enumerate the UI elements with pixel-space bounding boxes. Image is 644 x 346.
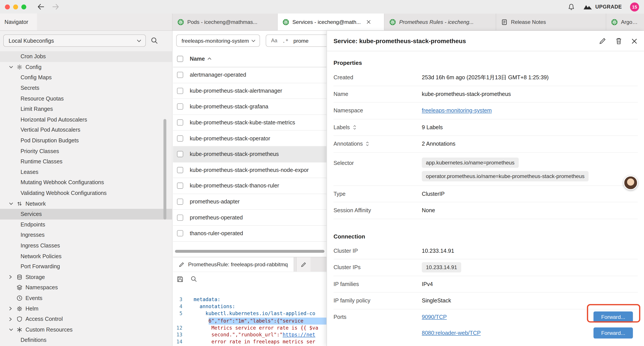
dock-tab-prometheusrule[interactable]: PrometheusRule: freeleaps-prod-rabbitmq [173, 257, 294, 272]
tab-argo[interactable]: Argo Se [606, 13, 644, 30]
kubeconfig-selector[interactable]: Local Kubeconfigs [3, 34, 146, 47]
sidebar-scrollbar[interactable] [164, 119, 166, 219]
sidebar-item-definitions[interactable]: Definitions [0, 335, 172, 345]
sidebar-item-network[interactable]: Network [0, 198, 172, 209]
sidebar-item-events[interactable]: Events [0, 293, 172, 303]
sidebar-item-config-maps[interactable]: Config Maps [0, 72, 172, 83]
tab-label: Argo Se [621, 19, 639, 25]
table-row[interactable]: kube-prometheus-stack-thanos-ruler [173, 178, 326, 194]
edit-icon[interactable] [599, 37, 606, 45]
table-row[interactable]: alertmanager-operated [173, 67, 326, 83]
delete-icon[interactable] [615, 37, 622, 45]
drawer-title: Service: kube-prometheus-stack-prometheu… [334, 37, 466, 44]
sidebar-item-endpoints[interactable]: Endpoints [0, 219, 172, 230]
row-checkbox[interactable] [177, 214, 183, 221]
row-checkbox[interactable] [177, 104, 183, 110]
tab-strip: Navigator Pods - icecheng@mathmas... Ser… [0, 13, 644, 31]
row-checkbox[interactable] [177, 183, 183, 189]
sidebar-search-icon[interactable] [151, 37, 158, 44]
sidebar-item-runtime-classes[interactable]: Runtime Classes [0, 156, 172, 167]
save-icon[interactable] [177, 275, 184, 283]
table-row[interactable]: thanos-ruler-operated [173, 226, 326, 241]
yaml-editor[interactable]: 3 metadata: 4 annotations: 5 kubectl.kub… [173, 286, 326, 346]
row-checkbox[interactable] [177, 151, 183, 157]
sidebar-item-resource-quotas[interactable]: Resource Quotas [0, 93, 172, 104]
table-row[interactable]: kube-prometheus-stack-operator [173, 131, 326, 146]
sidebar-item-access-control[interactable]: Access Control [0, 314, 172, 324]
match-case-toggle[interactable]: Aa [271, 38, 278, 43]
sidebar-item-ingress-classes[interactable]: Ingress Classes [0, 240, 172, 251]
sidebar-item-services[interactable]: Services [0, 209, 172, 219]
minimize-window-button[interactable] [13, 4, 18, 9]
table-row[interactable]: kube-prometheus-stack-grafana [173, 99, 326, 115]
forward-button[interactable]: Forward... [594, 327, 633, 339]
sidebar-item-custom-resources[interactable]: Custom Resources [0, 324, 172, 335]
column-header-name[interactable]: Name [190, 56, 212, 62]
sidebar-item-limit-ranges[interactable]: Limit Ranges [0, 104, 172, 114]
sidebar-item-pod-disruption-budgets[interactable]: Pod Disruption Budgets [0, 135, 172, 146]
table-row[interactable]: kube-prometheus-stack-prometheus-node-ex… [173, 162, 326, 178]
port-link[interactable]: 9090/TCP [422, 314, 447, 320]
sidebar-item-helm[interactable]: Helm [0, 303, 172, 314]
upgrade-button[interactable]: UPGRADE [583, 4, 622, 10]
table-row[interactable]: kube-prometheus-stack-kube-state-metrics [173, 115, 326, 130]
notifications-bell-icon[interactable] [568, 3, 575, 10]
sort-toggle-icon[interactable] [366, 141, 369, 146]
namespace-filter-select[interactable]: freeleaps-monitoring-system [176, 34, 260, 47]
table-row-selected[interactable]: kube-prometheus-stack-prometheus [173, 146, 326, 162]
sidebar-item-horizontal-pod-autoscalers[interactable]: Horizontal Pod Autoscalers [0, 114, 172, 125]
row-checkbox[interactable] [177, 88, 183, 94]
sidebar-item-priority-classes[interactable]: Priority Classes [0, 146, 172, 156]
sort-toggle-icon[interactable] [353, 125, 356, 130]
close-window-button[interactable] [5, 4, 10, 9]
connection-row-cluster-ip: Cluster IP 10.233.14.91 [334, 243, 638, 259]
sidebar-item-config[interactable]: Config [0, 62, 172, 72]
sidebar-item-secrets[interactable]: Secrets [0, 83, 172, 93]
list-header: Name [173, 50, 326, 67]
tab-release-notes[interactable]: Release Notes [496, 13, 606, 30]
kubernetes-cluster-icon [282, 19, 289, 25]
avatar[interactable] [624, 176, 638, 190]
connection-row-ip-family-policy: IP family policy SingleStack [334, 293, 638, 309]
horizontal-scrollbar[interactable] [175, 250, 324, 253]
row-checkbox[interactable] [177, 199, 183, 205]
service-details-drawer: Service: kube-prometheus-stack-prometheu… [326, 31, 644, 346]
sidebar-item-vertical-pod-autoscalers[interactable]: Vertical Pod Autoscalers [0, 125, 172, 135]
port-link[interactable]: 8080:reloader-web/TCP [422, 330, 481, 336]
sidebar-item-leases[interactable]: Leases [0, 167, 172, 177]
connection-row-ip-families: IP families IPv4 [334, 276, 638, 293]
table-row[interactable]: prometheus-adapter [173, 194, 326, 210]
sidebar-item-storage[interactable]: Storage [0, 272, 172, 282]
editor-search-icon[interactable] [190, 275, 197, 283]
tab-prometheus-rules[interactable]: Prometheus Rules - icecheng... [384, 13, 496, 30]
namespace-link[interactable]: freeleaps-monitoring-system [422, 107, 492, 114]
property-row-selector: Selector app.kubernetes.io/name=promethe… [334, 152, 638, 186]
search-input[interactable]: prome [294, 37, 309, 43]
sidebar-item-validating-webhook-configurations[interactable]: Validating Webhook Configurations [0, 188, 172, 198]
tab-services[interactable]: Services - icecheng@math... [278, 13, 384, 30]
regex-toggle[interactable]: .* [282, 37, 288, 43]
row-checkbox[interactable] [177, 119, 183, 125]
row-checkbox[interactable] [177, 167, 183, 173]
row-checkbox[interactable] [177, 72, 183, 78]
table-row[interactable]: prometheus-operated [173, 210, 326, 226]
sidebar-item-port-forwarding[interactable]: Port Forwarding [0, 261, 172, 272]
tab-pods[interactable]: Pods - icecheng@mathmas... [172, 13, 278, 30]
zoom-window-button[interactable] [21, 4, 26, 9]
row-checkbox[interactable] [177, 230, 183, 237]
row-checkbox[interactable] [177, 135, 183, 141]
sidebar-item-namespaces[interactable]: Namespaces [0, 282, 172, 293]
forward-button[interactable]: Forward... [594, 312, 633, 323]
notification-count-badge[interactable]: 15 [630, 2, 639, 11]
sidebar-item-cron-jobs[interactable]: Cron Jobs [0, 51, 172, 62]
sidebar-item-network-policies[interactable]: Network Policies [0, 251, 172, 261]
sidebar-item-mutating-webhook-configurations[interactable]: Mutating Webhook Configurations [0, 177, 172, 188]
table-row[interactable]: kube-prometheus-stack-alertmanager [173, 83, 326, 99]
select-all-checkbox[interactable] [177, 56, 183, 62]
back-button[interactable] [37, 3, 44, 10]
close-icon[interactable] [631, 37, 638, 45]
forward-button[interactable] [52, 3, 59, 10]
dock-tab-partial[interactable] [296, 257, 310, 272]
close-tab-icon[interactable] [366, 20, 371, 24]
sidebar-item-ingresses[interactable]: Ingresses [0, 230, 172, 240]
